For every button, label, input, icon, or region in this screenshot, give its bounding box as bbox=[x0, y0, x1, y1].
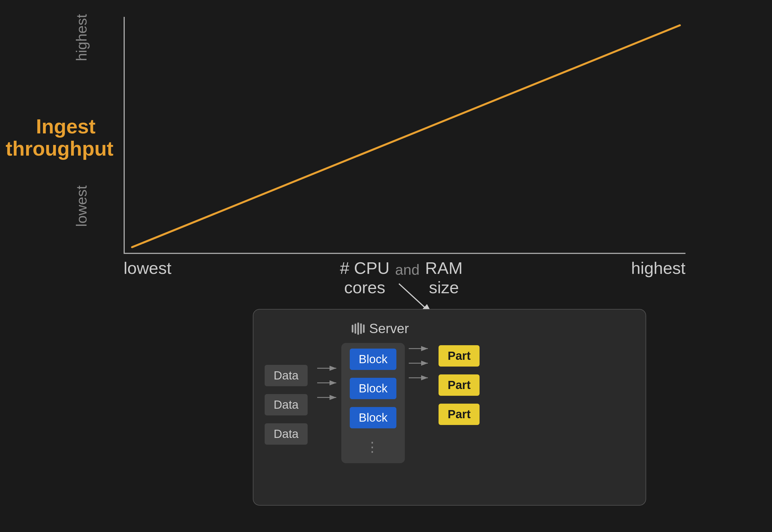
server-title: Server bbox=[369, 321, 409, 336]
x-axis-line bbox=[124, 253, 685, 254]
chart-line bbox=[124, 17, 685, 253]
block-dots: ⋮ bbox=[350, 439, 397, 455]
y-highest-label: highest bbox=[73, 14, 90, 61]
data-box-2: Data bbox=[265, 394, 308, 415]
x-label-and: and bbox=[395, 261, 420, 278]
diagram-box: Server Data Data Data bbox=[253, 309, 646, 506]
block-box-1: Block bbox=[350, 349, 397, 370]
full-diagram: Server Data Data Data bbox=[265, 321, 634, 463]
arrow-block-part-1 bbox=[408, 345, 430, 352]
y-axis-label: Ingest throughput bbox=[6, 115, 96, 160]
right-col: Part Part Part bbox=[439, 343, 480, 425]
data-box-3: Data bbox=[265, 423, 308, 445]
main-container: Ingest throughput highest lowest lowest … bbox=[0, 0, 772, 532]
part-box-2: Part bbox=[439, 374, 480, 396]
block-box-3: Block bbox=[350, 407, 397, 428]
block-box-2: Block bbox=[350, 378, 397, 399]
left-col: Data Data Data bbox=[265, 343, 308, 445]
arrow-block-part-2 bbox=[408, 360, 430, 367]
svg-line-0 bbox=[132, 25, 680, 247]
arrow-data-block-1 bbox=[316, 365, 339, 372]
data-box-1: Data bbox=[265, 365, 308, 386]
x-label-lowest: lowest bbox=[124, 258, 171, 278]
part-box-3: Part bbox=[439, 404, 480, 425]
arrow-block-part-3 bbox=[408, 374, 430, 381]
y-lowest-label: lowest bbox=[73, 185, 90, 227]
arrow-data-block-3 bbox=[316, 394, 339, 401]
server-icon bbox=[352, 322, 365, 335]
chart-area: Ingest throughput highest lowest lowest … bbox=[56, 11, 702, 264]
part-box-1: Part bbox=[439, 345, 480, 367]
x-label-highest: highest bbox=[631, 258, 685, 278]
center-col: Block Block Block ⋮ bbox=[341, 343, 405, 463]
diagram-rows: Data Data Data bbox=[265, 343, 634, 463]
center-rows: Block Block Block ⋮ bbox=[350, 349, 397, 455]
arrow-data-block-2 bbox=[316, 379, 339, 386]
